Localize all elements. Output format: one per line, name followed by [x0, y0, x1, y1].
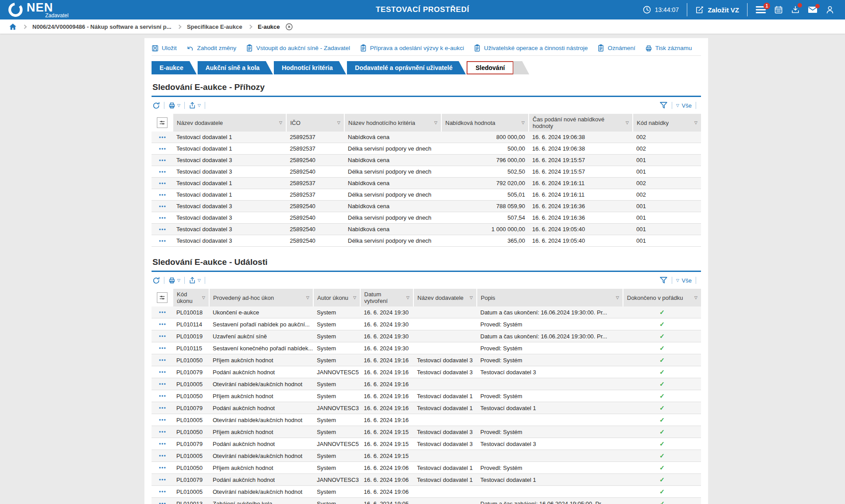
close-circle-icon[interactable]: [285, 23, 293, 31]
event-row[interactable]: PL010115Sestavení konečného pořadí nabíd…: [152, 342, 701, 354]
filter-triangle-icon[interactable]: ▽: [406, 296, 409, 300]
event-row[interactable]: PL010050Příjem aukčních hodnotSystem16. …: [152, 426, 701, 438]
event-row[interactable]: PL010050Příjem aukčních hodnotSystem16. …: [152, 462, 701, 474]
row-menu-icon[interactable]: [152, 390, 173, 402]
action-oznameni[interactable]: Oznámení: [597, 44, 635, 52]
bid-row[interactable]: Testovací dodavatel 125892537Délka servi…: [152, 143, 701, 155]
row-menu-icon[interactable]: [152, 498, 173, 504]
filter-triangle-icon[interactable]: ▽: [470, 296, 473, 300]
breadcrumb-item-eaukce[interactable]: E-aukce: [258, 23, 280, 30]
column-settings-icon[interactable]: [157, 117, 167, 128]
print-menu-button[interactable]: ▽: [168, 102, 180, 109]
row-menu-icon[interactable]: [152, 143, 173, 155]
event-row[interactable]: PL010019Uzavření aukční síněSystem16. 6.…: [152, 330, 701, 342]
bid-row[interactable]: Testovací dodavatel 125892537Nabídková c…: [152, 178, 701, 189]
row-menu-icon[interactable]: [152, 462, 173, 474]
row-menu-icon[interactable]: [152, 450, 173, 462]
col-ico[interactable]: IČO▽: [286, 114, 344, 132]
filter-triangle-icon[interactable]: ▽: [694, 121, 697, 125]
col-action-code[interactable]: Kód úkonu▽: [173, 289, 209, 306]
row-menu-icon[interactable]: [152, 330, 173, 342]
row-menu-icon[interactable]: [152, 342, 173, 354]
breadcrumb-item-specification[interactable]: Specifikace E-aukce: [187, 23, 242, 30]
filter-triangle-icon[interactable]: ▽: [353, 296, 356, 300]
event-row[interactable]: PL010079Podání aukčních hodnotJANNOVTESC…: [152, 402, 701, 414]
messages-button[interactable]: [808, 6, 818, 13]
col-bid-code[interactable]: Kód nabídky▽: [633, 114, 701, 132]
filter-triangle-icon[interactable]: ▽: [279, 121, 282, 125]
filter-funnel-icon[interactable]: [659, 276, 668, 284]
create-vz-button[interactable]: Založit VZ: [695, 5, 739, 14]
bid-row[interactable]: Testovací dodavatel 325892540Délka servi…: [152, 212, 701, 224]
row-menu-icon[interactable]: [152, 132, 173, 143]
row-menu-icon[interactable]: [152, 166, 173, 178]
filter-scope-select[interactable]: ▽Vše: [676, 102, 692, 109]
row-menu-icon[interactable]: [152, 402, 173, 414]
col-bid-time[interactable]: Čas podání nové nabídkové hodnoty▽: [529, 114, 633, 132]
tab-e-aukce[interactable]: E-aukce: [152, 61, 197, 74]
bid-row[interactable]: Testovací dodavatel 325892540Délka servi…: [152, 166, 701, 178]
filter-triangle-icon[interactable]: ▽: [522, 121, 525, 125]
col-adhoc-action[interactable]: Provedený ad-hoc úkon▽: [209, 289, 313, 306]
row-menu-icon[interactable]: [152, 378, 173, 390]
col-criterion-name[interactable]: Název hodnotícího kritéria▽: [344, 114, 441, 132]
col-supplier-name[interactable]: Název dodavatele▽: [173, 114, 286, 132]
event-row[interactable]: PL010079Podání aukčních hodnotJANNOVTESC…: [152, 438, 701, 450]
refresh-icon[interactable]: [152, 277, 160, 284]
action-zahodit-zmeny[interactable]: Zahodit změny: [187, 45, 237, 52]
filter-triangle-icon[interactable]: ▽: [616, 296, 619, 300]
home-icon[interactable]: [9, 23, 17, 31]
row-menu-icon[interactable]: [152, 366, 173, 378]
event-row[interactable]: PL010050Příjem aukčních hodnotSystem16. …: [152, 390, 701, 402]
filter-triangle-icon[interactable]: ▽: [202, 296, 205, 300]
action-tisk-zaznamu[interactable]: Tisk záznamu: [645, 45, 692, 52]
row-menu-icon[interactable]: [152, 306, 173, 318]
event-row[interactable]: PL010005Otevírání nabídek/aukčních hodno…: [152, 450, 701, 462]
event-row[interactable]: PL010079Podání aukčních hodnotJANNOVTESC…: [152, 366, 701, 378]
col-supplier-name[interactable]: Název dodavatele▽: [413, 289, 477, 306]
calendar-button[interactable]: [774, 5, 783, 14]
bid-row[interactable]: Testovací dodavatel 125892537Délka servi…: [152, 189, 701, 201]
action-ulozit[interactable]: Uložit: [152, 45, 177, 52]
column-settings-icon[interactable]: [157, 292, 167, 303]
action-vstoupit-aukcni-sin[interactable]: Vstoupit do aukční síně - Zadavatel: [246, 44, 350, 52]
bid-row[interactable]: Testovací dodavatel 325892540Nabídková c…: [152, 155, 701, 166]
filter-triangle-icon[interactable]: ▽: [306, 296, 309, 300]
filter-triangle-icon[interactable]: ▽: [626, 121, 629, 125]
row-menu-icon[interactable]: [152, 212, 173, 224]
bid-row[interactable]: Testovací dodavatel 325892540Nabídková c…: [152, 224, 701, 235]
tab-dodavatele[interactable]: Dodavatelé a oprávnění uživatelé: [347, 61, 466, 74]
profile-button[interactable]: [826, 5, 834, 14]
row-menu-icon[interactable]: [152, 178, 173, 189]
tab-sledovani[interactable]: Sledování: [467, 61, 514, 74]
event-row[interactable]: PL010114Sestavení pořadí nabídek po aukč…: [152, 318, 701, 330]
row-menu-icon[interactable]: [152, 486, 173, 498]
nen-logo[interactable]: NEN Zadavatel: [8, 2, 69, 18]
col-done[interactable]: Dokončeno v pořádku▽: [623, 289, 701, 306]
col-description[interactable]: Popis▽: [477, 289, 623, 306]
action-uzivatelske-operace[interactable]: Uživatelské operace a činnosti nástroje: [474, 44, 588, 52]
bid-row[interactable]: Testovací dodavatel 125892537Nabídková c…: [152, 132, 701, 143]
filter-triangle-icon[interactable]: ▽: [337, 121, 340, 125]
event-row[interactable]: PL010013Zahájení aukčního kolaSystem16. …: [152, 498, 701, 504]
event-row[interactable]: PL010079Podání aukčních hodnotJANNOVTESC…: [152, 474, 701, 486]
refresh-icon[interactable]: [152, 102, 160, 109]
export-menu-button[interactable]: ▽: [189, 277, 201, 284]
event-row[interactable]: PL010005Otevírání nabídek/aukčních hodno…: [152, 378, 701, 390]
col-action-author[interactable]: Autor úkonu▽: [313, 289, 360, 306]
bid-row[interactable]: Testovací dodavatel 325892540Délka servi…: [152, 235, 701, 247]
filter-triangle-icon[interactable]: ▽: [694, 296, 697, 300]
downloads-button[interactable]: [791, 5, 800, 14]
col-bid-value[interactable]: Nabídková hodnota▽: [441, 114, 529, 132]
export-menu-button[interactable]: ▽: [189, 102, 201, 109]
row-menu-icon[interactable]: [152, 438, 173, 450]
tab-aukcni-sine-a-kola[interactable]: Aukční síně a kola: [198, 61, 273, 74]
row-menu-icon[interactable]: [152, 189, 173, 201]
event-row[interactable]: PL010018Ukončení e-aukceSystem16. 6. 202…: [152, 306, 701, 318]
action-priprava-vyzvy[interactable]: Příprava a odeslání výzvy k e-aukci: [360, 44, 464, 52]
row-menu-icon[interactable]: [152, 414, 173, 426]
print-menu-button[interactable]: ▽: [168, 277, 180, 284]
event-row[interactable]: PL010005Otevírání nabídek/aukčních hodno…: [152, 414, 701, 426]
row-menu-icon[interactable]: [152, 155, 173, 166]
filter-scope-select[interactable]: ▽Vše: [676, 277, 692, 284]
